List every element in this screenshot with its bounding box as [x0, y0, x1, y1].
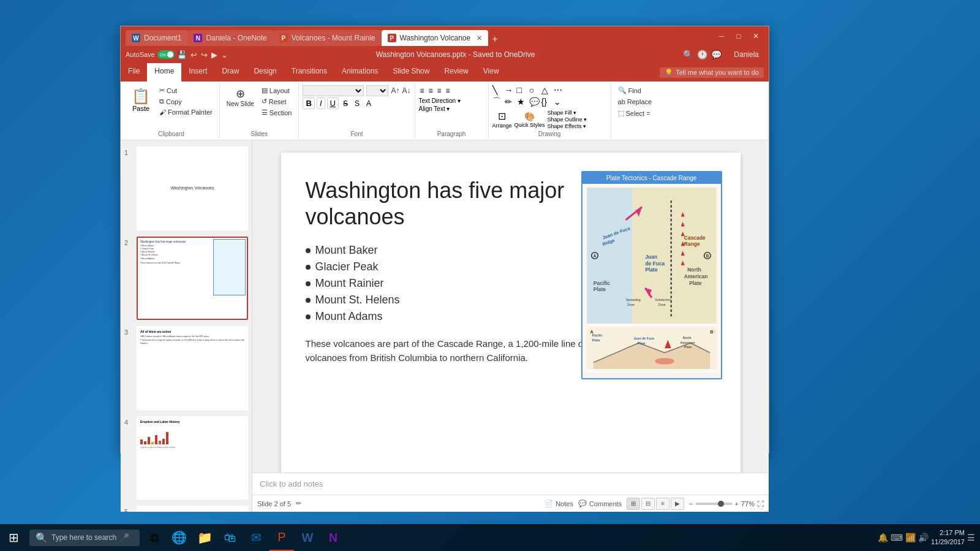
tab-washington-volcanoes[interactable]: P Washington Volcanoe ✕	[382, 30, 489, 46]
maximize-button[interactable]: □	[731, 28, 747, 44]
start-button[interactable]: ⊞	[0, 524, 27, 551]
tab-insert[interactable]: Insert	[181, 63, 214, 82]
new-slide-button[interactable]: ⊕ New Slide	[224, 85, 257, 109]
shape-star-icon[interactable]: ★	[517, 97, 528, 107]
italic-button[interactable]: I	[317, 97, 325, 109]
tab-file[interactable]: File	[121, 63, 147, 82]
strikethrough-button[interactable]: S̶	[341, 98, 350, 108]
powerpoint-button[interactable]: P	[270, 524, 294, 551]
quick-styles-button[interactable]: 🎨 Quick Styles	[514, 112, 545, 128]
slide-preview-4[interactable]: Eruption and Lahar History	[137, 416, 248, 500]
tell-me-box[interactable]: 💡 Tell me what you want to do	[660, 67, 764, 78]
section-button[interactable]: ☰ Section	[258, 107, 295, 118]
word-taskbar-button[interactable]: W	[295, 524, 320, 551]
notification-icon[interactable]: 🔔	[878, 533, 888, 542]
qat-more-icon[interactable]: ⌄	[221, 50, 228, 59]
increase-font-button[interactable]: A↑	[391, 86, 399, 95]
notes-button[interactable]: 📄 Notes	[545, 500, 573, 507]
undo-icon[interactable]: ↩	[190, 50, 197, 59]
taskbar-search[interactable]: 🔍 Type here to search 🎤	[29, 530, 140, 546]
store-button[interactable]: 🛍	[218, 524, 243, 551]
plate-tectonics-image[interactable]: Plate Tectonics - Cascade Range	[581, 171, 722, 379]
canvas-scroll[interactable]: Washington has five major volcanoes Moun…	[252, 140, 769, 473]
history-icon[interactable]: 🕐	[697, 50, 707, 59]
shape-effects-button[interactable]: Shape Effects ▾	[548, 123, 587, 129]
format-painter-button[interactable]: 🖌 Format Painter	[156, 107, 216, 117]
autosave-toggle[interactable]: On	[157, 50, 175, 59]
slide-preview-5[interactable]	[137, 506, 248, 512]
network-icon[interactable]: 📶	[905, 533, 916, 542]
slide-canvas[interactable]: Washington has five major volcanoes Moun…	[281, 153, 741, 473]
close-button[interactable]: ✕	[748, 28, 764, 44]
shape-freeform-icon[interactable]: ✏	[505, 97, 516, 107]
slide-thumbnail-4[interactable]: 4 Eruption and Lahar History	[123, 415, 249, 501]
select-button[interactable]: ⬚ Select =	[615, 108, 654, 118]
tab-slideshow[interactable]: Slide Show	[385, 63, 437, 82]
tab-transitions[interactable]: Transitions	[284, 63, 334, 82]
redo-icon[interactable]: ↪	[201, 50, 208, 59]
shape-triangle-icon[interactable]: △	[541, 85, 552, 95]
notes-placeholder[interactable]: Click to add notes	[260, 479, 323, 488]
font-size-select[interactable]	[366, 85, 388, 96]
shape-oval-icon[interactable]: ○	[529, 85, 540, 95]
search-people-icon[interactable]: 🔍	[683, 50, 693, 59]
tab-volcanoes-rainier[interactable]: P Volcanoes - Mount Rainie	[273, 30, 382, 46]
shape-block-icon[interactable]: {}	[541, 97, 552, 107]
font-family-select[interactable]	[303, 85, 364, 96]
slide-thumbnail-3[interactable]: 3 All of them are active • All of these …	[123, 325, 249, 411]
edit-mode-icon[interactable]: ✏	[296, 500, 301, 507]
zoom-out-button[interactable]: −	[689, 500, 693, 507]
align-left-button[interactable]: ≡	[419, 85, 426, 96]
text-direction-button[interactable]: Text Direction ▾	[419, 97, 461, 104]
find-button[interactable]: 🔍 Find	[615, 85, 644, 96]
reading-view-button[interactable]: ≡	[656, 498, 669, 510]
decrease-font-button[interactable]: A↓	[402, 86, 411, 95]
outlook-button[interactable]: ✉	[244, 524, 268, 551]
align-text-button[interactable]: Align Text ▾	[419, 105, 450, 112]
tab-view[interactable]: View	[476, 63, 507, 82]
zoom-in-button[interactable]: +	[735, 500, 739, 507]
shape-curve-icon[interactable]: ⌒	[492, 96, 503, 107]
slide-thumbnail-5[interactable]: 5	[123, 504, 249, 512]
shape-callout-icon[interactable]: 💬	[529, 97, 540, 107]
slide-sorter-button[interactable]: ⊟	[641, 498, 655, 510]
slide-preview-3[interactable]: All of them are active • All of these ex…	[137, 326, 248, 410]
present-icon[interactable]: ▶	[211, 50, 217, 59]
normal-view-button[interactable]: ⊞	[627, 498, 640, 510]
tab-document1[interactable]: W Document1	[126, 30, 187, 46]
tab-onenote[interactable]: N Daniela - OneNote	[187, 30, 273, 46]
slide-preview-2[interactable]: Washington has five major volcanoes • Mo…	[137, 237, 248, 321]
align-right-button[interactable]: ≡	[436, 85, 443, 96]
justify-button[interactable]: ≡	[445, 85, 451, 96]
shadow-button[interactable]: S	[352, 99, 362, 108]
shape-more-icon[interactable]: ⋯	[554, 85, 565, 95]
slide-thumbnail-2[interactable]: 2 Washington has five major volcanoes • …	[123, 235, 249, 322]
tab-home[interactable]: Home	[147, 63, 181, 82]
shape-fill-button[interactable]: Shape Fill ▾	[548, 110, 587, 116]
explorer-button[interactable]: 📁	[192, 524, 217, 551]
tab-design[interactable]: Design	[246, 63, 284, 82]
reset-button[interactable]: ↺ Reset	[258, 96, 295, 107]
keyboard-icon[interactable]: ⌨	[891, 533, 903, 542]
slide-preview-1[interactable]: Washington Volcanoes	[137, 146, 248, 230]
bold-button[interactable]: B	[303, 97, 314, 109]
fullscreen-button[interactable]: ⛶	[757, 500, 764, 507]
layout-button[interactable]: ▤ Layout	[258, 85, 295, 96]
tab-close-btn[interactable]: ✕	[477, 34, 482, 42]
slide-thumbnail-1[interactable]: 1 Washington Volcanoes	[123, 145, 249, 232]
shape-line-icon[interactable]: ╲	[492, 85, 503, 95]
underline-button[interactable]: U	[327, 97, 339, 109]
tell-me-text[interactable]: Tell me what you want to do	[676, 69, 759, 76]
comments-button[interactable]: 💬 Comments	[578, 500, 622, 507]
zoom-slider[interactable]	[696, 503, 733, 505]
shape-arrow-icon[interactable]: →	[505, 85, 516, 95]
arrange-button[interactable]: ⊡ Arrange	[492, 110, 512, 129]
tab-draw[interactable]: Draw	[214, 63, 246, 82]
onenote-taskbar-button[interactable]: N	[321, 524, 345, 551]
shape-rect-icon[interactable]: □	[517, 85, 528, 95]
minimize-button[interactable]: ─	[714, 28, 729, 44]
new-tab-button[interactable]: +	[488, 32, 501, 46]
slideshow-view-button[interactable]: ▶	[671, 498, 684, 510]
cut-button[interactable]: ✂ Cut	[156, 85, 216, 96]
chat-icon[interactable]: 💬	[711, 50, 722, 59]
